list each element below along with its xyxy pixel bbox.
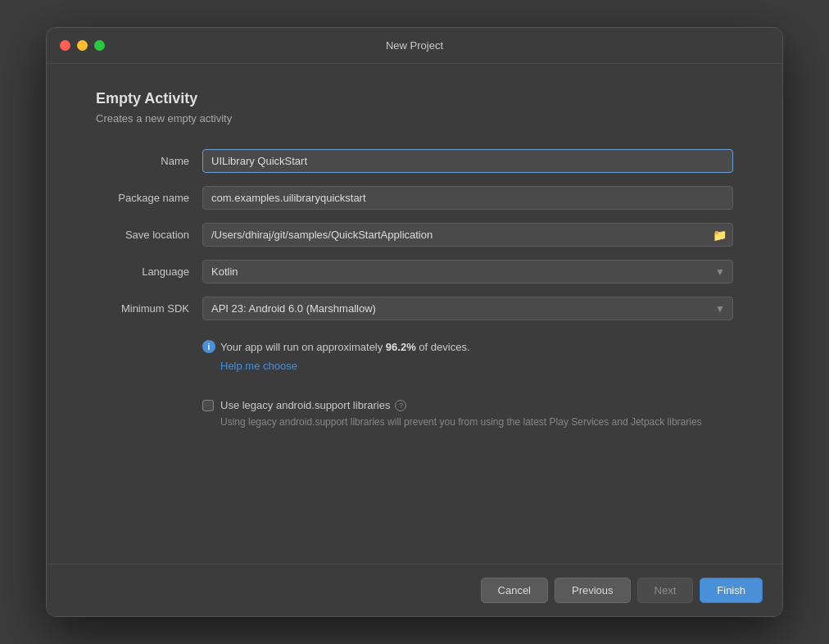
checkbox-label-text: Use legacy android.support libraries: [220, 399, 390, 411]
titlebar: New Project: [47, 28, 782, 64]
maximize-button[interactable]: [94, 40, 105, 51]
checkbox-label: Use legacy android.support libraries ?: [220, 399, 702, 411]
minimum-sdk-select-wrapper: API 21: Android 5.0 (Lollipop) API 22: A…: [202, 297, 733, 320]
previous-button[interactable]: Previous: [555, 578, 631, 603]
info-row: i Your app will run on approximately 96.…: [202, 340, 733, 353]
minimum-sdk-select[interactable]: API 21: Android 5.0 (Lollipop) API 22: A…: [202, 297, 733, 320]
help-icon[interactable]: ?: [395, 400, 406, 411]
name-row: Name: [96, 149, 733, 173]
new-project-window: New Project Empty Activity Creates a new…: [46, 27, 783, 617]
checkbox-description: Using legacy android.support libraries w…: [220, 415, 702, 429]
info-text-prefix: Your app will run on approximately: [220, 341, 386, 353]
activity-title: Empty Activity: [96, 90, 733, 107]
footer: Cancel Previous Next Finish: [47, 564, 782, 616]
legacy-libraries-checkbox[interactable]: [202, 400, 214, 411]
next-button[interactable]: Next: [637, 578, 694, 603]
info-section: i Your app will run on approximately 96.…: [202, 340, 733, 373]
cancel-button[interactable]: Cancel: [481, 578, 548, 603]
language-select[interactable]: Kotlin Java: [202, 260, 733, 283]
info-icon: i: [202, 340, 215, 353]
checkbox-content: Use legacy android.support libraries ? U…: [220, 399, 702, 429]
language-select-wrapper: Kotlin Java ▼: [202, 260, 733, 283]
info-percent: 96.2%: [386, 341, 416, 353]
save-location-label: Save location: [96, 229, 202, 241]
folder-icon[interactable]: 📁: [713, 229, 727, 242]
content-spacer: [96, 429, 733, 547]
name-input[interactable]: [202, 149, 733, 173]
traffic-lights: [60, 40, 105, 51]
help-me-choose-link[interactable]: Help me choose: [220, 360, 297, 372]
save-location-input[interactable]: [202, 223, 733, 247]
minimum-sdk-label: Minimum SDK: [96, 302, 202, 315]
content-area: Empty Activity Creates a new empty activ…: [47, 64, 782, 564]
package-name-label: Package name: [96, 192, 202, 204]
activity-subtitle: Creates a new empty activity: [96, 112, 733, 125]
info-text-suffix: of devices.: [416, 341, 470, 353]
legacy-libraries-row: Use legacy android.support libraries ? U…: [202, 399, 733, 429]
language-row: Language Kotlin Java ▼: [96, 260, 733, 283]
info-text: Your app will run on approximately 96.2%…: [220, 341, 470, 353]
window-title: New Project: [386, 39, 443, 52]
close-button[interactable]: [60, 40, 70, 51]
package-name-row: Package name: [96, 186, 733, 210]
finish-button[interactable]: Finish: [700, 578, 763, 603]
minimum-sdk-row: Minimum SDK API 21: Android 5.0 (Lollipo…: [96, 297, 733, 320]
language-label: Language: [96, 265, 202, 278]
save-location-field-wrapper: 📁: [202, 223, 733, 247]
save-location-row: Save location 📁: [96, 223, 733, 247]
minimize-button[interactable]: [77, 40, 88, 51]
name-label: Name: [96, 155, 202, 167]
package-name-input[interactable]: [202, 186, 733, 210]
